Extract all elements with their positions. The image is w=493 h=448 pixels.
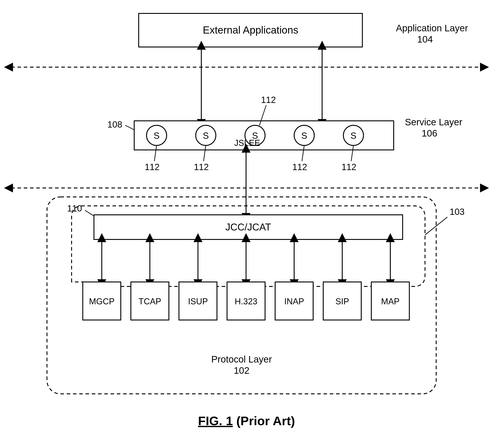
service-layer-ref: 106	[422, 128, 437, 138]
protocol-label-4: INAP	[284, 297, 304, 306]
service-s-2-label: S	[203, 131, 209, 140]
protocol-layer-label: Protocol Layer	[211, 354, 272, 365]
ref-112-b1: 112	[145, 162, 160, 172]
protocol-label-5: SIP	[335, 297, 349, 306]
protocol-layer-ref: 102	[234, 365, 249, 376]
figure-caption-note: (Prior Art)	[236, 414, 295, 428]
protocol-label-1: TCAP	[138, 297, 161, 306]
application-layer-ref: 104	[417, 34, 433, 45]
protocol-label-6: MAP	[381, 297, 400, 306]
service-s-1-label: S	[154, 131, 160, 140]
protocol-label-0: MGCP	[89, 297, 114, 306]
figure-caption: FIG. 1 (Prior Art)	[198, 414, 295, 428]
service-layer-label: Service Layer	[405, 117, 462, 127]
callout-103	[425, 217, 447, 235]
service-s-4-label: S	[301, 131, 307, 140]
protocol-label-3: H.323	[235, 297, 257, 306]
external-apps-label: External Applications	[203, 24, 298, 36]
ref-112-top: 112	[261, 95, 276, 105]
jcc-protocol-arrows	[102, 240, 390, 281]
jcc-label: JCC/JCAT	[225, 221, 271, 232]
service-s-5-label: S	[350, 131, 357, 140]
callout-110	[85, 210, 94, 216]
protocol-label-2: ISUP	[188, 297, 208, 306]
service-s-3-label: S	[252, 131, 258, 140]
application-layer-label: Application Layer	[396, 23, 468, 33]
ref-103: 103	[450, 207, 465, 217]
ref-112-b3: 112	[292, 162, 307, 172]
jslee-ref: 108	[107, 119, 122, 129]
ref-112-b2: 112	[194, 162, 209, 172]
ref-112-b4: 112	[342, 162, 357, 172]
protocol-boxes: MGCP TCAP ISUP H.323 INAP SIP MAP	[83, 282, 409, 320]
jcc-ref: 110	[67, 203, 82, 213]
callout-108	[125, 125, 134, 130]
figure-caption-fig: FIG. 1	[198, 414, 233, 428]
